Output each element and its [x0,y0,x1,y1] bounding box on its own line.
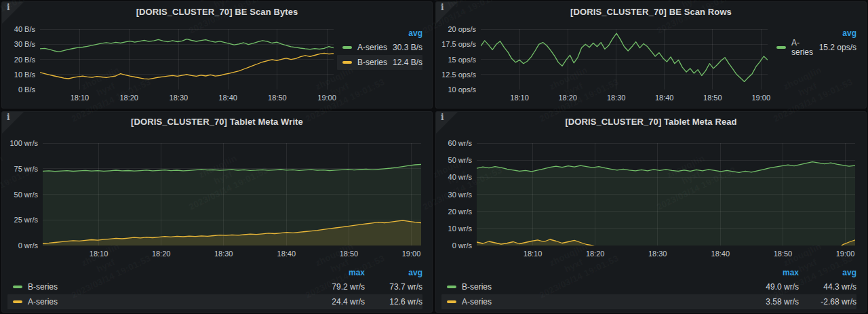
plot-canvas[interactable] [40,29,334,90]
legend-row[interactable]: B-series12.4 B/s [337,55,422,70]
series-stat-max: 49.0 wr/s [741,282,799,292]
x-axis-tick: 18:50 [762,250,803,258]
legend-stat-header-avg[interactable]: avg [799,268,856,277]
x-axis-tick: 18:40 [266,250,307,258]
legend-header: avg [337,26,422,40]
y-axis-tick: 10 B/s [2,71,35,79]
chart-svg [40,29,334,90]
y-axis-tick: 50 wr/s [436,156,472,164]
y-axis-tick: 10 wr/s [436,224,472,233]
x-axis-tick: 18:10 [499,94,540,102]
x-axis-tick: 18:30 [596,94,637,102]
y-axis-tick: 12.5 ops/s [436,71,476,79]
x-axis-tick: 19:00 [391,250,431,258]
legend: maxavgB-series49.0 wr/s44.3 wr/sA-series… [441,266,856,309]
series-stat-avg: 15.2 ops/s [819,43,856,52]
series-stat-max: 24.4 wr/s [307,297,365,307]
y-axis-tick: 20 B/s [2,56,35,64]
legend: avgA-series30.3 B/sB-series12.4 B/s [337,2,432,108]
x-axis-tick: 18:50 [692,94,733,102]
y-axis-tick: 75 wr/s [2,165,38,173]
series-color-swatch[interactable] [776,46,786,49]
legend-row[interactable]: A-series3.58 wr/s-2.68 wr/s [441,294,856,309]
panel-be-scan-bytes: i [DORIS_CLUSTER_70] BE Scan Bytes 40 B/… [1,1,433,109]
series-name[interactable]: B-series [462,282,741,292]
plot-canvas[interactable] [477,143,855,246]
y-axis-tick: 40 wr/s [436,173,472,181]
chart-svg [477,143,855,246]
series-name[interactable]: A-series [357,43,393,52]
legend: maxavgB-series79.2 wr/s73.7 wr/sA-series… [7,266,422,309]
series-stat-max: 3.58 wr/s [741,297,799,307]
plot-canvas[interactable] [43,143,421,246]
legend-row[interactable]: A-series15.2 ops/s [771,40,856,55]
series-line-a-series [40,39,334,52]
chart-area[interactable]: 20 ops/s17.5 ops/s15 ops/s12.5 ops/s10 o… [436,2,771,108]
series-stat-avg: 30.3 B/s [393,43,422,52]
legend-row[interactable]: A-series24.4 wr/s12.6 wr/s [7,294,422,309]
x-axis-tick: 19:00 [741,94,781,102]
dashboard: i [DORIS_CLUSTER_70] BE Scan Bytes 40 B/… [0,0,868,314]
series-stat-avg: 12.6 wr/s [365,297,422,307]
x-axis-tick: 18:50 [257,94,298,102]
x-axis-tick: 19:00 [307,94,347,102]
legend-row[interactable]: A-series30.3 B/s [337,40,422,55]
legend-stat-header-avg[interactable]: avg [408,28,422,38]
series-stat-avg: 12.4 B/s [393,58,422,67]
series-color-swatch[interactable] [13,286,22,288]
x-axis-tick: 18:20 [141,250,182,258]
y-axis-tick: 0 wr/s [436,241,472,250]
y-axis-tick: 50 wr/s [2,191,38,199]
legend: avgA-series15.2 ops/s [771,2,866,108]
series-stat-avg: 44.3 wr/s [799,282,856,292]
series-color-swatch[interactable] [447,300,456,303]
y-axis-tick: 17.5 ops/s [436,40,476,48]
y-axis-tick: 0 B/s [2,85,35,94]
series-name[interactable]: B-series [28,282,307,292]
series-stat-max: 79.2 wr/s [307,282,365,292]
y-axis-tick: 20 ops/s [436,25,476,33]
series-stat-avg: -2.68 wr/s [799,297,856,307]
y-axis-tick: 40 B/s [2,25,35,33]
panel-tablet-meta-read: i [DORIS_CLUSTER_70] Tablet Meta Read 60… [435,111,867,313]
series-name[interactable]: A-series [28,297,307,307]
legend-stat-header-avg[interactable]: avg [365,268,422,277]
series-line-b-series [40,53,334,79]
series-name[interactable]: B-series [357,58,393,67]
y-axis-tick: 10 ops/s [436,85,476,94]
panel-tablet-meta-write: i [DORIS_CLUSTER_70] Tablet Meta Write 1… [1,111,433,313]
y-axis-tick: 20 wr/s [436,208,472,216]
legend-stat-header-avg[interactable]: avg [842,28,856,38]
x-axis-tick: 18:30 [637,250,678,258]
panel-body: 40 B/s30 B/s20 B/s10 B/s0 B/s18:1018:201… [2,2,432,108]
x-axis-tick: 19:00 [825,250,865,258]
legend-header: maxavg [441,266,856,279]
y-axis-tick: 15 ops/s [436,56,476,64]
x-axis-tick: 18:10 [59,94,100,102]
x-axis-tick: 18:50 [328,250,369,258]
series-color-swatch[interactable] [342,46,352,49]
series-color-swatch[interactable] [13,300,22,303]
y-axis-tick: 60 wr/s [436,139,472,147]
x-axis-tick: 18:10 [513,250,553,258]
x-axis-tick: 18:30 [203,250,244,258]
legend-stat-header-max[interactable]: max [741,268,799,277]
legend-row[interactable]: B-series49.0 wr/s44.3 wr/s [441,279,856,294]
y-axis-tick: 30 B/s [2,40,35,48]
series-color-swatch[interactable] [342,61,352,64]
chart-svg [43,143,421,246]
series-stat-avg: 73.7 wr/s [365,282,422,292]
y-axis-tick: 100 wr/s [2,139,38,147]
legend-stat-header-max[interactable]: max [307,268,365,277]
legend-row[interactable]: B-series79.2 wr/s73.7 wr/s [7,279,422,294]
plot-canvas[interactable] [481,29,768,90]
x-axis-tick: 18:40 [644,94,685,102]
series-name[interactable]: A-series [791,38,819,57]
x-axis-tick: 18:30 [158,94,199,102]
series-color-swatch[interactable] [447,286,456,288]
series-name[interactable]: A-series [462,297,741,307]
chart-area[interactable]: 40 B/s30 B/s20 B/s10 B/s0 B/s18:1018:201… [2,2,337,108]
x-axis-tick: 18:20 [108,94,149,102]
x-axis-tick: 18:40 [208,94,248,102]
x-axis-tick: 18:10 [79,250,119,258]
